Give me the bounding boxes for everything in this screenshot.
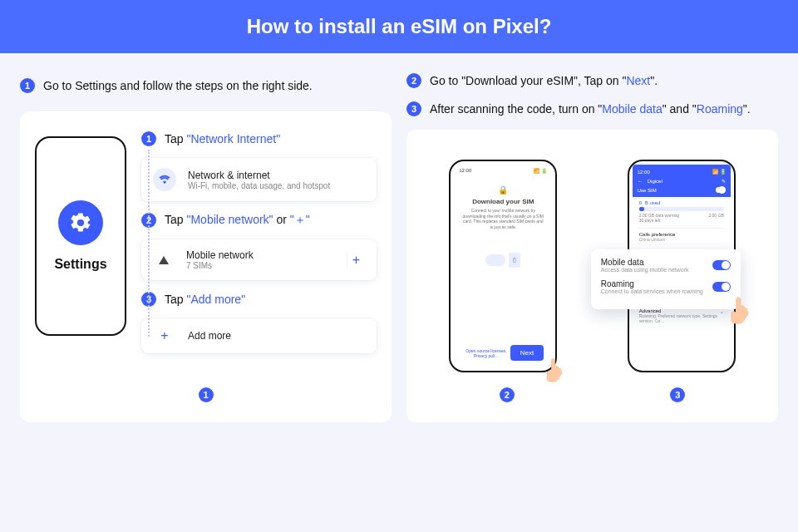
download-sim-desc: Connect to your mobile network by downlo… — [462, 208, 544, 229]
roaming-toggle[interactable] — [712, 282, 731, 292]
page-title: How to install an eSIM on Pixel? — [247, 15, 552, 37]
signal-icon — [159, 256, 169, 264]
settings-label: Settings — [54, 257, 106, 272]
card-title: Add more — [188, 330, 231, 342]
card-subtitle: Wi-Fi, mobile, data usage, and hotspot — [188, 181, 330, 190]
lock-icon: 🔒 — [498, 185, 508, 195]
gear-icon — [58, 200, 103, 245]
usage-bar — [639, 207, 724, 211]
roaming-label: Roaming — [601, 279, 703, 288]
step-badge: 1 — [141, 131, 156, 146]
plus-icon: + — [153, 328, 176, 343]
right-column: 2 Go to "Download your eSIM", Tap on "Ne… — [406, 73, 778, 422]
left-column: 1 Go to Settings and follow the steps on… — [20, 73, 392, 422]
intro-step-3: 3 After scanning the code, turn on "Mobi… — [406, 101, 778, 116]
page-header: How to install an eSIM on Pixel? — [0, 0, 798, 53]
wifi-icon — [153, 168, 176, 191]
calls-preference-row[interactable]: Calls preference China Unicom — [639, 228, 724, 245]
substep-1: 1 Tap "Network Internet" — [141, 131, 377, 146]
intro-step-2: 2 Go to "Download your eSIM", Tap on "Ne… — [406, 73, 778, 88]
network-internet-card[interactable]: Network & internet Wi-Fi, mobile, data u… — [141, 158, 377, 201]
step-badge: 2 — [406, 73, 421, 88]
substep-3: 3 Tap "Add more" — [141, 292, 377, 307]
mobile-network-card[interactable]: Mobile network 7 SIMs + — [141, 239, 377, 280]
step-badge: 3 — [406, 101, 421, 116]
add-more-card[interactable]: + Add more — [141, 318, 377, 353]
sim-icon: ▯ — [509, 253, 520, 268]
next-button[interactable]: Next — [510, 345, 544, 361]
steps-list: 1 Tap "Network Internet" Network & inter… — [141, 131, 377, 353]
dotted-connector — [148, 150, 150, 337]
pointing-hand-icon — [544, 357, 565, 382]
card-title: Network & internet — [188, 170, 330, 181]
download-sim-title: Download your SIM — [472, 198, 534, 205]
phone-settings-mock: Settings — [35, 136, 126, 336]
status-icons: 📶 🔋 — [712, 169, 726, 175]
plus-icon[interactable]: + — [347, 253, 365, 268]
panel-1-number: 1 — [199, 372, 214, 402]
cloud-icon — [485, 254, 505, 266]
panel-2: 12:00 📶🔋 🔒 Download your SIM Connect to … — [406, 130, 778, 422]
status-icons: 📶🔋 — [532, 168, 547, 174]
use-sim-toggle[interactable] — [716, 187, 726, 193]
card-subtitle: 7 SIMs — [186, 261, 254, 270]
intro-step-1: 1 Go to Settings and follow the steps on… — [20, 78, 392, 93]
panel-2-number: 2 — [500, 387, 515, 402]
carrier-name: Digicel — [648, 179, 663, 184]
mobile-data-overlay: Mobile data Access data using mobile net… — [591, 249, 741, 309]
chevron-down-icon: ⌄ — [720, 308, 724, 323]
card-title: Mobile network — [186, 249, 254, 261]
mobile-data-toggle[interactable] — [712, 260, 731, 270]
download-illustration: ▯ — [485, 253, 520, 268]
main-content: 1 Go to Settings and follow the steps on… — [0, 53, 798, 442]
edit-icon[interactable]: ✎ — [722, 178, 726, 184]
phone-download-sim: 12:00 📶🔋 🔒 Download your SIM Connect to … — [449, 160, 557, 372]
substep-2: 2 Tap "Mobile network" or "＋" — [141, 213, 377, 228]
back-arrow-icon[interactable]: ← — [638, 179, 643, 184]
panel-1: Settings 1 Tap "Network Internet" N — [20, 111, 392, 422]
mobile-data-label: Mobile data — [601, 258, 689, 267]
panel-3-number: 3 — [670, 387, 685, 402]
mobile-data-sub: Access data using mobile network — [601, 267, 689, 273]
license-link[interactable]: Open source licenses, Privacy poli… — [462, 348, 510, 358]
status-time: 12:00 — [638, 170, 650, 175]
roaming-sub: Connect to data services when roaming — [601, 288, 703, 294]
status-bar: 12:00 📶🔋 — [456, 166, 550, 175]
pointing-hand-icon — [727, 296, 752, 324]
use-sim-label: Use SIM — [638, 188, 657, 193]
step-badge: 1 — [20, 78, 35, 93]
intro-text: Go to Settings and follow the steps on t… — [43, 79, 313, 92]
